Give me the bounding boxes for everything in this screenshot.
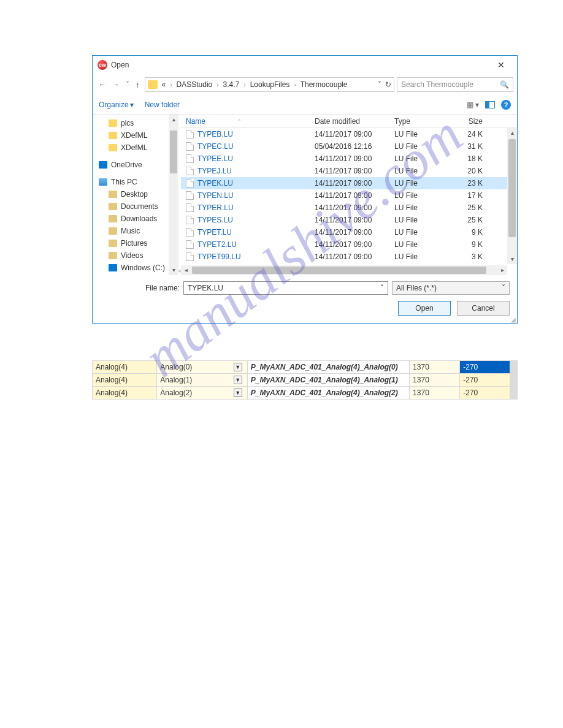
file-row[interactable]: TYPEE.LU14/11/2017 09:00LU File18 K — [181, 153, 517, 165]
table-row[interactable]: Analog(4)Analog(1)▼P_MyAXN_ADC_401_Analo… — [93, 374, 518, 387]
file-row[interactable]: TYPEK.LU14/11/2017 09:00LU File23 K — [181, 177, 517, 189]
column-headers[interactable]: Name ˄ Date modified Type Size — [181, 115, 517, 128]
cell-channel[interactable]: Analog(2)▼ — [157, 387, 247, 400]
address-bar[interactable]: « › DASStudio › 3.4.7 › LookupFiles › Th… — [145, 77, 395, 92]
cell-max[interactable]: 1370 — [410, 387, 460, 400]
gutter — [510, 361, 518, 374]
forward-button[interactable]: → — [112, 80, 120, 89]
scroll-left-icon[interactable]: ◂ — [181, 265, 191, 275]
scroll-down-icon[interactable]: ▾ — [507, 254, 517, 264]
file-row[interactable]: TYPEN.LU14/11/2017 09:00LU File17 K — [181, 189, 517, 202]
recent-dropdown[interactable]: ˅ — [126, 80, 129, 89]
col-type[interactable]: Type — [389, 117, 451, 126]
organize-menu[interactable]: Organize ▾ — [99, 100, 134, 109]
view-options[interactable]: ▦ ▾ — [467, 100, 479, 109]
file-row[interactable]: TYPET.LU14/11/2017 09:00LU File9 K — [181, 226, 517, 238]
analog-table: Analog(4)Analog(0)▼P_MyAXN_ADC_401_Analo… — [92, 360, 518, 400]
col-name[interactable]: Name ˄ — [181, 117, 310, 126]
breadcrumb-4[interactable]: Thermocouple — [299, 80, 350, 89]
file-row[interactable]: TYPET2.LU14/11/2017 09:00LU File9 K — [181, 238, 517, 251]
list-scrollbar-h[interactable]: ◂ ▸ — [181, 265, 507, 275]
file-row[interactable]: TYPES.LU14/11/2017 09:00LU File25 K — [181, 214, 517, 226]
chevron-right-icon: › — [294, 82, 296, 88]
tree-item-label: Documents — [121, 202, 158, 211]
cancel-button[interactable]: Cancel — [457, 301, 510, 316]
drive-icon — [99, 161, 107, 169]
scroll-up-icon[interactable]: ▴ — [169, 115, 178, 124]
tree-scrollbar[interactable]: ▴ ▾ — [169, 115, 178, 275]
scroll-thumb[interactable] — [170, 131, 177, 173]
dropdown-arrow-icon[interactable]: ▼ — [234, 363, 242, 371]
new-folder-button[interactable]: New folder — [145, 100, 180, 109]
filter-dropdown[interactable]: All Files (*.*) ˅ — [392, 281, 510, 295]
close-button[interactable]: ✕ — [489, 58, 513, 72]
cell-max[interactable]: 1370 — [410, 361, 460, 374]
cell-channel[interactable]: Analog(0)▼ — [157, 361, 247, 374]
lib-icon — [109, 203, 117, 210]
tree-item[interactable]: Videos — [98, 249, 174, 262]
file-icon — [186, 130, 194, 138]
table-row[interactable]: Analog(4)Analog(0)▼P_MyAXN_ADC_401_Analo… — [93, 361, 518, 374]
tree-item[interactable]: Downloads — [98, 213, 174, 225]
list-scrollbar-v[interactable]: ▴ ▾ — [507, 128, 517, 264]
scroll-right-icon[interactable]: ▸ — [497, 265, 507, 275]
history-dropdown[interactable]: ˅ — [378, 80, 381, 89]
breadcrumb-2[interactable]: 3.4.7 — [221, 80, 242, 89]
file-row[interactable]: TYPET99.LU14/11/2017 09:00LU File3 K — [181, 251, 517, 263]
scroll-thumb[interactable] — [192, 267, 486, 274]
cell-channel[interactable]: Analog(1)▼ — [157, 374, 247, 387]
tree-item[interactable]: pics — [98, 117, 174, 129]
breadcrumb-1[interactable]: DASStudio — [175, 80, 215, 89]
search-input[interactable]: Search Thermocouple 🔍 — [397, 77, 513, 92]
cell-group[interactable]: Analog(4) — [93, 374, 157, 387]
cell-max[interactable]: 1370 — [410, 374, 460, 387]
cell-param[interactable]: P_MyAXN_ADC_401_Analog(4)_Analog(1) — [247, 374, 409, 387]
file-name-input[interactable]: TYPEK.LU ˅ — [183, 281, 388, 295]
refresh-button[interactable]: ↻ — [385, 80, 391, 89]
open-button[interactable]: Open — [398, 301, 451, 316]
back-button[interactable]: ← — [99, 80, 106, 89]
file-icon — [186, 167, 194, 175]
scroll-thumb[interactable] — [508, 139, 516, 237]
chevron-down-icon[interactable]: ˅ — [380, 284, 384, 292]
col-date[interactable]: Date modified — [310, 117, 389, 126]
scroll-up-icon[interactable]: ▴ — [507, 128, 517, 138]
folder-icon — [148, 80, 158, 89]
file-row[interactable]: TYPER.LU14/11/2017 09:00LU File25 K — [181, 202, 517, 214]
tree-item[interactable]: OneDrive — [98, 159, 174, 171]
dropdown-arrow-icon[interactable]: ▼ — [234, 389, 242, 397]
cell-param[interactable]: P_MyAXN_ADC_401_Analog(4)_Analog(0) — [247, 361, 409, 374]
file-row[interactable]: TYPEJ.LU14/11/2017 09:00LU File20 K — [181, 165, 517, 177]
tree-item[interactable]: XDefML — [98, 129, 174, 142]
file-icon — [186, 203, 194, 212]
file-icon — [186, 154, 194, 163]
col-size[interactable]: Size — [451, 117, 488, 126]
preview-pane-toggle[interactable] — [485, 101, 495, 108]
breadcrumb-0[interactable]: « — [160, 80, 168, 89]
tree-item[interactable]: XDefML — [98, 142, 174, 154]
resize-grip[interactable]: ◢ — [511, 318, 516, 322]
tree-item[interactable]: Pictures — [98, 237, 174, 249]
cell-group[interactable]: Analog(4) — [93, 387, 157, 400]
breadcrumb-3[interactable]: LookupFiles — [248, 80, 292, 89]
file-row[interactable]: TYPEC.LU05/04/2016 12:16LU File31 K — [181, 140, 517, 153]
file-icon — [186, 142, 194, 151]
cell-min[interactable]: -270 — [460, 374, 510, 387]
up-button[interactable]: ↑ — [136, 80, 140, 89]
help-button[interactable]: ? — [501, 100, 511, 110]
cell-min[interactable]: -270 — [460, 387, 510, 400]
cell-group[interactable]: Analog(4) — [93, 361, 157, 374]
table-row[interactable]: Analog(4)Analog(2)▼P_MyAXN_ADC_401_Analo… — [93, 387, 518, 400]
tree-item[interactable]: Documents — [98, 200, 174, 213]
cell-param[interactable]: P_MyAXN_ADC_401_Analog(4)_Analog(2) — [247, 387, 409, 400]
tree-item[interactable]: This PC — [98, 176, 174, 188]
cell-min[interactable]: -270 — [460, 361, 510, 374]
scroll-down-icon[interactable]: ▾ — [169, 265, 178, 275]
nav-tree[interactable]: picsXDefMLXDefMLOneDriveThis PCDesktopDo… — [93, 115, 178, 275]
file-row[interactable]: TYPEB.LU14/11/2017 09:00LU File24 K — [181, 128, 517, 140]
dropdown-arrow-icon[interactable]: ▼ — [234, 376, 242, 384]
tree-item[interactable]: Music — [98, 225, 174, 237]
tree-item[interactable]: Windows (C:) — [98, 262, 174, 274]
tree-item-label: Videos — [121, 251, 143, 260]
tree-item[interactable]: Desktop — [98, 188, 174, 200]
